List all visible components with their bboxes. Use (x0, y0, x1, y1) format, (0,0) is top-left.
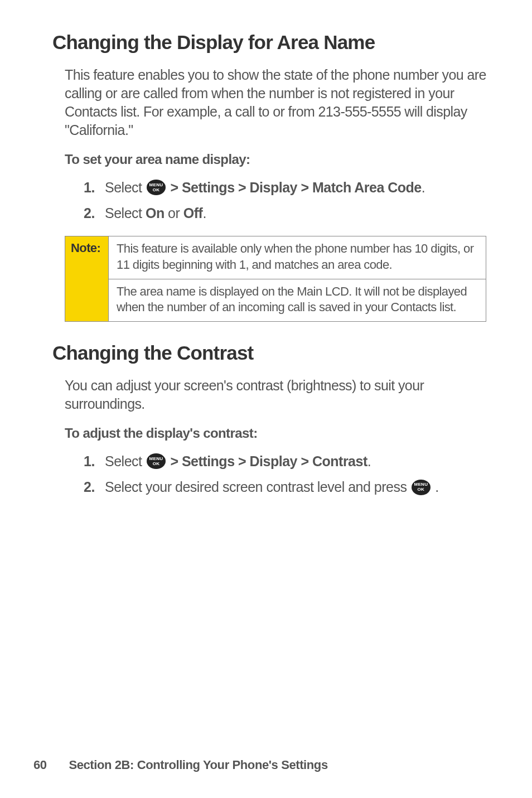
step-2: 2. Select your desired screen contrast l… (84, 479, 486, 496)
step-text-lead: Select (105, 453, 146, 469)
page-number: 60 (33, 758, 47, 772)
note-segment-2: The area name is displayed on the Main L… (109, 279, 486, 321)
note-content: This feature is available only when the … (109, 236, 486, 321)
step-mid: or (165, 205, 183, 221)
step-text-lead: Select (105, 205, 146, 221)
step-tail: . (422, 180, 425, 195)
step-tail: . (202, 205, 206, 221)
step-bold-off: Off (183, 205, 203, 221)
menu-ok-icon: MENUOK (412, 480, 431, 495)
footer-title: Section 2B: Controlling Your Phone's Set… (69, 758, 327, 772)
para-area-name: This feature enables you to show the sta… (65, 66, 486, 139)
step-2: 2. Select On or Off. (84, 205, 486, 221)
step-1: 1. Select MENUOK > Settings > Display > … (84, 453, 486, 470)
step-tail: . (367, 453, 371, 469)
note-segment-1: This feature is available only when the … (109, 236, 486, 278)
menu-ok-icon: MENUOK (147, 180, 166, 195)
step-bold: > Settings > Display > Contrast (167, 453, 367, 469)
step-number: 1. (84, 180, 95, 196)
steps-area-name: 1. Select MENUOK > Settings > Display > … (84, 180, 486, 221)
step-number: 1. (84, 453, 95, 470)
step-bold: > Settings > Display > Match Area Code (167, 180, 422, 195)
step-bold-on: On (146, 205, 165, 221)
page-footer: 60 Section 2B: Controlling Your Phone's … (33, 758, 328, 772)
step-text-lead: Select (105, 180, 146, 195)
step-tail: . (432, 479, 439, 495)
step-number: 2. (84, 479, 95, 495)
heading-contrast: Changing the Contrast (52, 342, 486, 364)
note-label: Note: (65, 236, 109, 321)
menu-ok-icon: MENUOK (147, 453, 166, 469)
step-number: 2. (84, 205, 95, 221)
steps-contrast: 1. Select MENUOK > Settings > Display > … (84, 453, 486, 496)
para-contrast: You can adjust your screen's contrast (b… (65, 376, 486, 413)
subhead-area-name: To set your area name display: (65, 152, 486, 167)
subhead-contrast: To adjust the display's contrast: (65, 425, 486, 441)
step-1: 1. Select MENUOK > Settings > Display > … (84, 180, 486, 196)
note-box: Note: This feature is available only whe… (65, 236, 486, 321)
step-text-lead: Select your desired screen contrast leve… (105, 479, 410, 495)
heading-area-name: Changing the Display for Area Name (52, 31, 486, 54)
